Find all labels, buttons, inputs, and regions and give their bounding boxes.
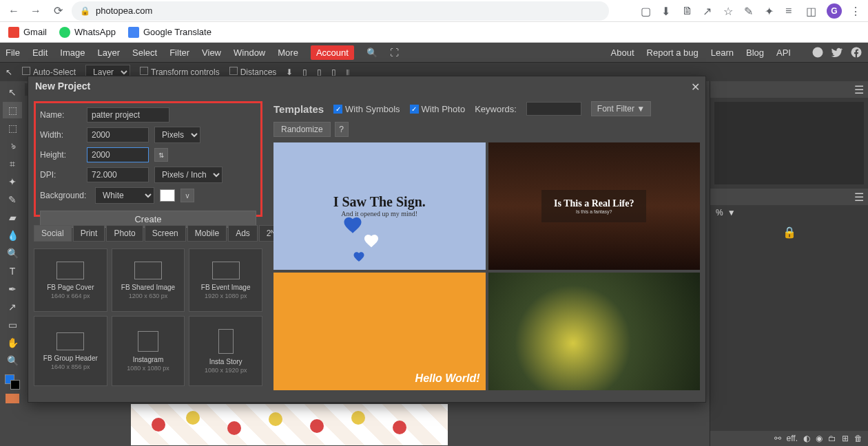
effects-button[interactable]: eff. <box>787 434 798 443</box>
url-bar[interactable]: 🔒 photopea.com <box>72 1 609 21</box>
quickmask-tool[interactable] <box>6 394 19 403</box>
preset-fb-group[interactable]: FB Group Header1640 x 856 px <box>34 316 107 386</box>
facebook-icon[interactable] <box>850 46 862 59</box>
type-tool[interactable]: T <box>3 263 22 279</box>
pen-tool[interactable]: ✒ <box>3 281 22 297</box>
close-icon[interactable]: ✕ <box>691 81 700 94</box>
tab-mobile[interactable]: Mobile <box>187 225 227 242</box>
panel-icon[interactable]: ◫ <box>806 5 818 17</box>
gradient-tool[interactable]: ▰ <box>3 209 22 226</box>
twitter-icon[interactable] <box>831 46 843 59</box>
zoom-tool[interactable]: 🔍 <box>3 352 22 369</box>
color-swatches[interactable] <box>5 374 20 390</box>
extensions-icon[interactable]: ✦ <box>765 5 777 17</box>
menu-edit[interactable]: Edit <box>32 47 48 58</box>
preset-fb-event[interactable]: FB Event Image1920 x 1080 px <box>189 248 262 312</box>
menu-view[interactable]: View <box>202 47 221 58</box>
adjustment-icon[interactable]: ◉ <box>816 434 823 443</box>
template-hello-world[interactable]: Hello World! <box>273 273 486 391</box>
crop-tool[interactable]: ⌗ <box>3 156 22 172</box>
list-icon[interactable]: ≡ <box>785 5 798 17</box>
height-input[interactable] <box>87 147 149 162</box>
tab-print[interactable]: Print <box>73 225 105 242</box>
menu-learn[interactable]: Learn <box>711 47 734 58</box>
folder-icon[interactable]: 🗀 <box>828 434 836 443</box>
tab-ads[interactable]: Ads <box>228 225 258 242</box>
lasso-tool[interactable]: ঌ <box>3 138 22 154</box>
with-photo-checkbox[interactable]: With Photo <box>410 104 466 114</box>
menu-image[interactable]: Image <box>60 47 85 58</box>
back-button[interactable]: ← <box>6 3 22 19</box>
help-button[interactable]: ? <box>335 122 349 137</box>
menu-filter[interactable]: Filter <box>169 47 189 58</box>
template-nature[interactable] <box>488 273 701 391</box>
preset-instagram[interactable]: Instagram1080 x 1080 px <box>112 316 185 386</box>
dpi-input[interactable] <box>87 167 149 182</box>
move-tool[interactable]: ↖ <box>3 84 22 100</box>
randomize-button[interactable]: Randomize <box>273 122 331 137</box>
trash-icon[interactable]: 🗑 <box>854 434 862 443</box>
tab-social[interactable]: Social <box>34 225 72 242</box>
account-button[interactable]: Account <box>311 45 354 60</box>
download-icon[interactable]: ⬇ <box>661 5 674 17</box>
menu-window[interactable]: Window <box>234 47 265 58</box>
dpi-unit-select[interactable]: Pixels / Inch <box>154 167 223 183</box>
swap-dimensions-button[interactable]: ⇅ <box>154 148 168 162</box>
menu-file[interactable]: File <box>6 47 20 58</box>
background-select[interactable]: White <box>95 187 154 204</box>
install-icon[interactable]: ▢ <box>641 5 653 17</box>
menu-blog[interactable]: Blog <box>746 47 764 58</box>
fullscreen-icon[interactable]: ⛶ <box>390 47 399 58</box>
marquee-tool[interactable]: ⬚ <box>3 120 22 136</box>
panel-menu-icon-2[interactable]: ☰ <box>854 191 864 204</box>
artboard-tool[interactable]: ⬚ <box>3 102 22 118</box>
forward-button[interactable]: → <box>28 3 44 19</box>
menu-report-bug[interactable]: Report a bug <box>647 47 699 58</box>
eyedropper-icon[interactable]: ✎ <box>744 5 756 17</box>
reload-button[interactable]: ⟳ <box>50 3 66 19</box>
panel-menu-icon[interactable]: ☰ <box>854 83 864 96</box>
blur-tool[interactable]: 💧 <box>3 227 22 244</box>
background-color-swatch[interactable] <box>160 189 175 202</box>
brush-tool[interactable]: ✎ <box>3 191 22 208</box>
preset-insta-story[interactable]: Insta Story1080 x 1920 px <box>189 316 262 386</box>
bookmark-whatsapp[interactable]: WhatsApp <box>59 27 116 38</box>
menu-about[interactable]: About <box>611 47 634 58</box>
keywords-input[interactable] <box>526 102 581 116</box>
menu-api[interactable]: API <box>776 47 791 58</box>
wand-tool[interactable]: ✦ <box>3 173 22 190</box>
tab-photo[interactable]: Photo <box>106 225 143 242</box>
bookmark-google-translate[interactable]: Google Translate <box>128 27 211 38</box>
preset-fb-page-cover[interactable]: FB Page Cover1640 x 664 px <box>34 248 107 312</box>
width-unit-select[interactable]: Pixels <box>154 127 200 143</box>
profile-avatar[interactable]: G <box>827 3 842 19</box>
menu-select[interactable]: Select <box>132 47 157 58</box>
tab-screen[interactable]: Screen <box>145 225 186 242</box>
menu-icon[interactable]: ⋮ <box>850 5 862 17</box>
path-tool[interactable]: ↗ <box>3 299 22 315</box>
template-saw-sign[interactable]: I Saw The Sign. And it opened up my mind… <box>273 142 486 270</box>
name-input[interactable] <box>87 107 169 123</box>
rectangle-tool[interactable]: ▭ <box>3 317 22 333</box>
menu-more[interactable]: More <box>278 47 298 58</box>
chevron-down-icon[interactable]: ▼ <box>727 208 736 217</box>
template-real-life[interactable]: Is This a Real Life? Is this a fantasy? <box>488 142 701 270</box>
star-icon[interactable]: ☆ <box>723 5 736 17</box>
share-icon[interactable]: ↗ <box>703 5 715 17</box>
background-more-button[interactable]: v <box>180 189 194 202</box>
hand-tool[interactable]: ✋ <box>3 334 22 351</box>
width-input[interactable] <box>87 127 149 142</box>
preset-fb-shared[interactable]: FB Shared Image1200 x 630 px <box>112 248 185 312</box>
with-symbols-checkbox[interactable]: With Symbols <box>333 104 400 114</box>
font-filter-button[interactable]: Font Filter ▼ <box>591 101 651 116</box>
bookmark-gmail[interactable]: Gmail <box>8 27 47 38</box>
search-icon[interactable]: 🔍 <box>366 47 378 58</box>
lock-icon[interactable]: 🔒 <box>783 226 796 239</box>
menu-layer[interactable]: Layer <box>98 47 121 58</box>
reddit-icon[interactable] <box>812 46 824 59</box>
link-icon[interactable]: ⚯ <box>774 434 781 443</box>
mask-icon[interactable]: ◐ <box>803 434 810 443</box>
dodge-tool[interactable]: 🔍 <box>3 245 22 262</box>
doc-icon[interactable]: 🗎 <box>682 5 694 17</box>
new-layer-icon[interactable]: ⊞ <box>842 434 849 443</box>
